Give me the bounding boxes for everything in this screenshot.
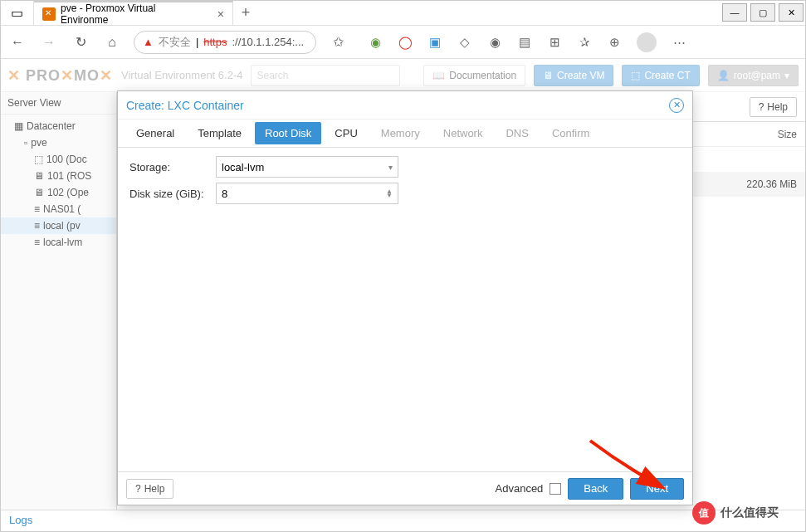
ext-icon-4[interactable]: ◇	[457, 35, 472, 50]
ext-icon-5[interactable]: ◉	[487, 35, 502, 50]
dialog-close-button[interactable]: ✕	[669, 98, 684, 113]
tab-general[interactable]: General	[126, 122, 184, 144]
tree-vm-101[interactable]: 🖥101 (ROS	[1, 168, 116, 184]
chevron-down-icon: ▾	[388, 163, 393, 172]
ext-icon-2[interactable]: ◯	[398, 35, 413, 50]
tab-root-disk[interactable]: Root Disk	[255, 122, 321, 144]
tree-datacenter[interactable]: ▦Datacenter	[1, 118, 116, 134]
create-lxc-dialog: Create: LXC Container ✕ General Template…	[117, 90, 693, 505]
window-controls: — ▢ ✕	[721, 1, 805, 25]
tree-ct-100[interactable]: ⬚100 (Doc	[1, 151, 116, 168]
disksize-input[interactable]: 8 ▲▼	[216, 183, 398, 204]
storage-row: Storage: local-lvm ▾	[129, 156, 681, 178]
nav-back-button[interactable]: ←	[7, 32, 27, 52]
nav-reload-button[interactable]: ↻	[71, 32, 90, 52]
watermark-text: 什么值得买	[721, 505, 779, 520]
number-spinner[interactable]: ▲▼	[386, 189, 393, 198]
disksize-label: Disk size (GiB):	[129, 188, 216, 200]
help-icon: ?	[135, 483, 141, 495]
menu-button[interactable]: ⋯	[672, 35, 686, 50]
extensions-button[interactable]: ⊞	[547, 35, 562, 50]
tab-close-icon[interactable]: ×	[217, 7, 224, 21]
watermark: 值 什么值得买	[692, 500, 800, 526]
back-button[interactable]: Back	[568, 478, 623, 500]
advanced-checkbox[interactable]	[550, 483, 561, 495]
tab-network: Network	[433, 122, 493, 144]
profile-avatar[interactable]	[637, 32, 657, 52]
browser-tabs: pve - Proxmox Virtual Environme × +	[34, 1, 721, 25]
dialog-tabs: General Template Root Disk CPU Memory Ne…	[118, 120, 692, 148]
storage-label: Storage:	[129, 161, 216, 173]
tab-cpu[interactable]: CPU	[325, 122, 367, 144]
tree-node-pve[interactable]: ▫pve	[1, 134, 116, 151]
ext-icon-6[interactable]: ▤	[517, 35, 532, 50]
tabs-icon: ▭	[11, 5, 23, 21]
url-box[interactable]: ▲ 不安全 | https://10.1.1.254:...	[134, 31, 316, 54]
favorite-button[interactable]: ✩	[328, 32, 348, 52]
disksize-row: Disk size (GiB): 8 ▲▼	[129, 183, 681, 204]
tab-title: pve - Proxmox Virtual Environme	[61, 2, 206, 26]
logs-panel-header[interactable]: Logs	[1, 510, 805, 531]
next-button[interactable]: Next	[630, 478, 684, 500]
tree-storage-nas[interactable]: ≡NAS01 (	[1, 201, 116, 217]
dialog-footer: ?Help Advanced Back Next	[118, 471, 692, 505]
col-size: Size	[778, 129, 797, 140]
tabs-menu-button[interactable]: ▭	[1, 1, 34, 25]
window-minimize[interactable]: —	[722, 3, 747, 22]
dialog-title: Create: LXC Container	[126, 99, 244, 112]
tab-memory: Memory	[371, 122, 430, 144]
window-close[interactable]: ✕	[779, 3, 804, 22]
insecure-warning-icon: ▲	[143, 36, 154, 48]
collections-button[interactable]: ⊕	[607, 35, 622, 50]
tree-storage-local[interactable]: ≡local (pv	[1, 217, 116, 234]
content-help-button[interactable]: ?Help	[750, 97, 797, 117]
advanced-label: Advanced	[496, 482, 544, 495]
toolbar-extensions: ◉ ◯ ▣ ◇ ◉ ▤ ⊞ ✰ ⊕ ⋯	[368, 32, 686, 52]
insecure-label: 不安全	[159, 35, 191, 50]
address-bar: ← → ↻ ⌂ ▲ 不安全 | https://10.1.1.254:... ✩…	[1, 26, 805, 59]
window-maximize[interactable]: ▢	[750, 3, 775, 22]
url-text: ://10.1.1.254:...	[232, 36, 304, 48]
browser-tab-active[interactable]: pve - Proxmox Virtual Environme ×	[34, 1, 233, 25]
tab-template[interactable]: Template	[188, 122, 252, 144]
resource-tree: ▦Datacenter ▫pve ⬚100 (Doc 🖥101 (ROS 🖥10…	[1, 115, 116, 254]
nav-home-button[interactable]: ⌂	[102, 32, 122, 52]
nav-forward-button[interactable]: →	[39, 32, 59, 52]
ext-icon-3[interactable]: ▣	[427, 35, 442, 50]
sidebar: Server View ▦Datacenter ▫pve ⬚100 (Doc 🖥…	[1, 92, 117, 531]
tree-vm-102[interactable]: 🖥102 (Ope	[1, 184, 116, 201]
new-tab-button[interactable]: +	[233, 1, 258, 25]
dialog-titlebar: Create: LXC Container ✕	[118, 91, 692, 120]
dialog-help-button[interactable]: ?Help	[126, 479, 173, 499]
tab-dns: DNS	[496, 122, 538, 144]
favorites-button[interactable]: ✰	[577, 35, 592, 50]
window-titlebar: ▭ pve - Proxmox Virtual Environme × + — …	[1, 1, 805, 26]
cell-size: 220.36 MiB	[746, 178, 797, 190]
dialog-body: Storage: local-lvm ▾ Disk size (GiB): 8 …	[118, 148, 692, 471]
url-protocol: https	[203, 36, 227, 48]
ext-icon-1[interactable]: ◉	[368, 35, 383, 50]
tab-favicon	[42, 7, 56, 21]
watermark-badge: 值	[692, 501, 716, 525]
tab-confirm: Confirm	[542, 122, 600, 144]
sidebar-title: Server View	[1, 92, 116, 115]
tree-storage-locallvm[interactable]: ≡local-lvm	[1, 234, 116, 251]
help-icon: ?	[759, 101, 764, 113]
storage-select[interactable]: local-lvm ▾	[216, 156, 398, 178]
